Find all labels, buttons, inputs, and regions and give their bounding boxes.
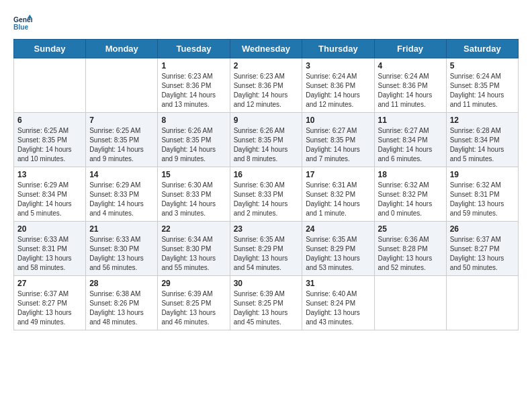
calendar-cell: 11Sunrise: 6:27 AMSunset: 8:34 PMDayligh… — [374, 113, 446, 167]
day-number: 6 — [17, 116, 82, 125]
day-header-saturday: Saturday — [446, 40, 518, 58]
calendar-cell: 17Sunrise: 6:31 AMSunset: 8:32 PMDayligh… — [302, 167, 374, 222]
calendar-cell: 15Sunrise: 6:30 AMSunset: 8:33 PMDayligh… — [158, 167, 230, 222]
day-number: 4 — [378, 61, 443, 71]
day-number: 12 — [450, 116, 515, 125]
day-info: Sunrise: 6:30 AMSunset: 8:33 PMDaylight:… — [161, 181, 226, 218]
calendar-cell — [374, 276, 446, 330]
day-number: 23 — [234, 224, 299, 234]
day-info: Sunrise: 6:27 AMSunset: 8:34 PMDaylight:… — [378, 126, 443, 164]
calendar-cell — [14, 58, 86, 113]
day-number: 19 — [450, 170, 515, 179]
day-number: 20 — [17, 224, 82, 234]
calendar-cell: 21Sunrise: 6:33 AMSunset: 8:30 PMDayligh… — [86, 222, 158, 276]
day-number: 16 — [234, 170, 299, 179]
day-number: 10 — [306, 116, 370, 125]
day-header-wednesday: Wednesday — [230, 40, 302, 58]
day-info: Sunrise: 6:35 AMSunset: 8:29 PMDaylight:… — [306, 235, 370, 273]
calendar-week-row: 1Sunrise: 6:23 AMSunset: 8:36 PMDaylight… — [14, 58, 519, 113]
calendar-cell: 25Sunrise: 6:36 AMSunset: 8:28 PMDayligh… — [374, 222, 446, 276]
day-info: Sunrise: 6:26 AMSunset: 8:35 PMDaylight:… — [234, 126, 299, 164]
day-header-monday: Monday — [86, 40, 158, 58]
day-info: Sunrise: 6:23 AMSunset: 8:36 PMDaylight:… — [161, 72, 226, 109]
day-header-sunday: Sunday — [14, 40, 86, 58]
day-header-friday: Friday — [374, 40, 446, 58]
day-number: 24 — [306, 224, 370, 234]
calendar-week-row: 13Sunrise: 6:29 AMSunset: 8:34 PMDayligh… — [14, 167, 519, 222]
day-info: Sunrise: 6:35 AMSunset: 8:29 PMDaylight:… — [234, 235, 299, 273]
day-number: 14 — [89, 170, 154, 179]
day-info: Sunrise: 6:40 AMSunset: 8:24 PMDaylight:… — [306, 289, 370, 327]
calendar-cell: 8Sunrise: 6:26 AMSunset: 8:35 PMDaylight… — [158, 113, 230, 167]
day-info: Sunrise: 6:25 AMSunset: 8:35 PMDaylight:… — [89, 126, 154, 164]
day-info: Sunrise: 6:28 AMSunset: 8:34 PMDaylight:… — [450, 126, 515, 164]
calendar-cell: 29Sunrise: 6:39 AMSunset: 8:25 PMDayligh… — [158, 276, 230, 330]
calendar-cell: 19Sunrise: 6:32 AMSunset: 8:31 PMDayligh… — [446, 167, 518, 222]
day-info: Sunrise: 6:23 AMSunset: 8:36 PMDaylight:… — [234, 72, 299, 109]
day-number: 22 — [161, 224, 226, 234]
day-info: Sunrise: 6:29 AMSunset: 8:33 PMDaylight:… — [89, 181, 154, 218]
day-number: 13 — [17, 170, 82, 179]
calendar-cell: 3Sunrise: 6:24 AMSunset: 8:36 PMDaylight… — [302, 58, 374, 113]
calendar-cell — [86, 58, 158, 113]
day-number: 31 — [306, 279, 370, 288]
calendar-cell: 24Sunrise: 6:35 AMSunset: 8:29 PMDayligh… — [302, 222, 374, 276]
day-info: Sunrise: 6:36 AMSunset: 8:28 PMDaylight:… — [378, 235, 443, 273]
calendar-cell: 7Sunrise: 6:25 AMSunset: 8:35 PMDaylight… — [86, 113, 158, 167]
day-info: Sunrise: 6:30 AMSunset: 8:33 PMDaylight:… — [234, 181, 299, 218]
calendar-week-row: 27Sunrise: 6:37 AMSunset: 8:27 PMDayligh… — [14, 276, 519, 330]
day-info: Sunrise: 6:39 AMSunset: 8:25 PMDaylight:… — [234, 289, 299, 327]
calendar-cell: 13Sunrise: 6:29 AMSunset: 8:34 PMDayligh… — [14, 167, 86, 222]
day-number: 30 — [234, 279, 299, 288]
day-number: 2 — [234, 61, 299, 71]
day-info: Sunrise: 6:24 AMSunset: 8:36 PMDaylight:… — [306, 72, 370, 109]
calendar-cell: 12Sunrise: 6:28 AMSunset: 8:34 PMDayligh… — [446, 113, 518, 167]
day-info: Sunrise: 6:24 AMSunset: 8:36 PMDaylight:… — [378, 72, 443, 109]
day-info: Sunrise: 6:33 AMSunset: 8:31 PMDaylight:… — [17, 235, 82, 273]
day-info: Sunrise: 6:24 AMSunset: 8:35 PMDaylight:… — [450, 72, 515, 109]
day-number: 26 — [450, 224, 515, 234]
day-number: 25 — [378, 224, 443, 234]
calendar-cell: 30Sunrise: 6:39 AMSunset: 8:25 PMDayligh… — [230, 276, 302, 330]
day-number: 11 — [378, 116, 443, 125]
day-number: 7 — [89, 116, 154, 125]
calendar-cell: 1Sunrise: 6:23 AMSunset: 8:36 PMDaylight… — [158, 58, 230, 113]
day-info: Sunrise: 6:29 AMSunset: 8:34 PMDaylight:… — [17, 181, 82, 218]
calendar-cell: 27Sunrise: 6:37 AMSunset: 8:27 PMDayligh… — [14, 276, 86, 330]
calendar-cell: 18Sunrise: 6:32 AMSunset: 8:32 PMDayligh… — [374, 167, 446, 222]
calendar-cell: 9Sunrise: 6:26 AMSunset: 8:35 PMDaylight… — [230, 113, 302, 167]
day-info: Sunrise: 6:37 AMSunset: 8:27 PMDaylight:… — [450, 235, 515, 273]
day-number: 15 — [161, 170, 226, 179]
day-number: 29 — [161, 279, 226, 288]
calendar-cell — [446, 276, 518, 330]
calendar-week-row: 6Sunrise: 6:25 AMSunset: 8:35 PMDaylight… — [14, 113, 519, 167]
day-info: Sunrise: 6:33 AMSunset: 8:30 PMDaylight:… — [89, 235, 154, 273]
calendar-cell: 10Sunrise: 6:27 AMSunset: 8:35 PMDayligh… — [302, 113, 374, 167]
day-number: 28 — [89, 279, 154, 288]
calendar-week-row: 20Sunrise: 6:33 AMSunset: 8:31 PMDayligh… — [14, 222, 519, 276]
calendar-cell: 22Sunrise: 6:34 AMSunset: 8:30 PMDayligh… — [158, 222, 230, 276]
calendar-table: SundayMondayTuesdayWednesdayThursdayFrid… — [13, 39, 519, 330]
day-header-tuesday: Tuesday — [158, 40, 230, 58]
calendar-cell: 20Sunrise: 6:33 AMSunset: 8:31 PMDayligh… — [14, 222, 86, 276]
day-info: Sunrise: 6:27 AMSunset: 8:35 PMDaylight:… — [306, 126, 370, 164]
day-number: 8 — [161, 116, 226, 125]
logo-icon: General Blue — [13, 13, 32, 32]
day-number: 17 — [306, 170, 370, 179]
calendar-cell: 2Sunrise: 6:23 AMSunset: 8:36 PMDaylight… — [230, 58, 302, 113]
calendar-cell: 28Sunrise: 6:38 AMSunset: 8:26 PMDayligh… — [86, 276, 158, 330]
calendar-cell: 31Sunrise: 6:40 AMSunset: 8:24 PMDayligh… — [302, 276, 374, 330]
day-info: Sunrise: 6:31 AMSunset: 8:32 PMDaylight:… — [306, 181, 370, 218]
calendar-cell: 23Sunrise: 6:35 AMSunset: 8:29 PMDayligh… — [230, 222, 302, 276]
day-info: Sunrise: 6:37 AMSunset: 8:27 PMDaylight:… — [17, 289, 82, 327]
day-number: 5 — [450, 61, 515, 71]
calendar-cell: 6Sunrise: 6:25 AMSunset: 8:35 PMDaylight… — [14, 113, 86, 167]
logo: General Blue — [13, 13, 35, 32]
calendar-header-row: SundayMondayTuesdayWednesdayThursdayFrid… — [14, 40, 519, 58]
svg-text:Blue: Blue — [13, 24, 29, 31]
day-info: Sunrise: 6:32 AMSunset: 8:31 PMDaylight:… — [450, 181, 515, 218]
day-info: Sunrise: 6:32 AMSunset: 8:32 PMDaylight:… — [378, 181, 443, 218]
calendar-cell: 5Sunrise: 6:24 AMSunset: 8:35 PMDaylight… — [446, 58, 518, 113]
calendar-cell: 4Sunrise: 6:24 AMSunset: 8:36 PMDaylight… — [374, 58, 446, 113]
calendar-cell: 26Sunrise: 6:37 AMSunset: 8:27 PMDayligh… — [446, 222, 518, 276]
